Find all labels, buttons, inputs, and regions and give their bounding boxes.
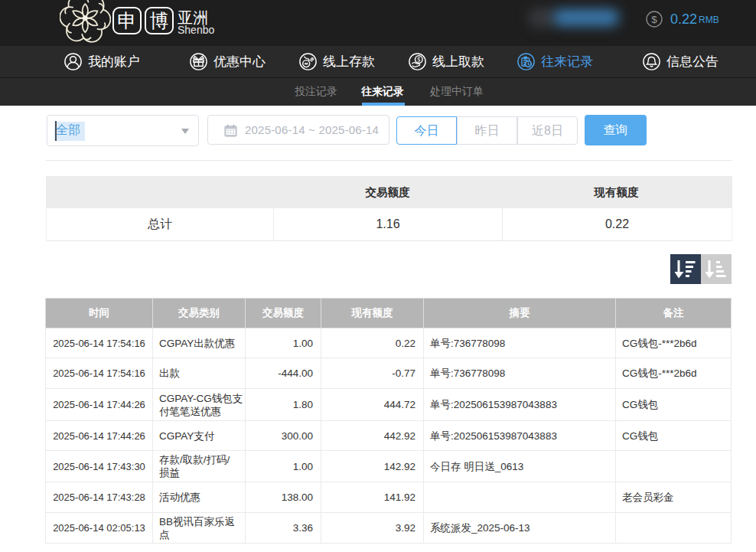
svg-text:$: $ [651, 14, 657, 25]
